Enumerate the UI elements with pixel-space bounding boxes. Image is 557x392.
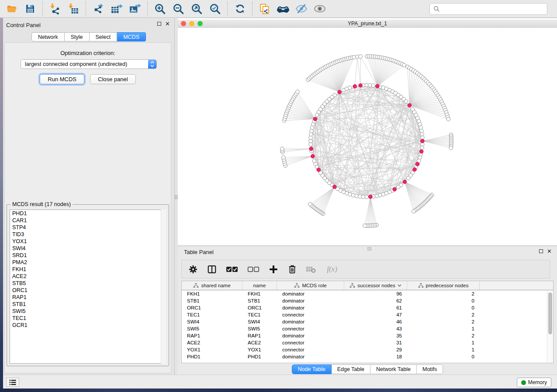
network-node[interactable]	[296, 90, 300, 94]
mcds-result-item[interactable]: FKH1	[10, 266, 166, 273]
network-window-titlebar[interactable]: YPA_prune.txt_1	[178, 20, 557, 28]
network-hub-node[interactable]	[353, 85, 357, 89]
mcds-list-scrollbar[interactable]	[161, 210, 166, 364]
tab-mcds[interactable]: MCDS	[117, 32, 146, 41]
table-row[interactable]: RAP1RAP1dominator352	[182, 332, 553, 339]
column-header-shared-name[interactable]: shared name	[182, 281, 242, 290]
mcds-result-item[interactable]: ACE2	[10, 273, 166, 280]
hide-selected-icon[interactable]	[294, 2, 308, 16]
network-node[interactable]	[396, 185, 400, 189]
network-node[interactable]	[348, 86, 352, 90]
zoom-in-icon[interactable]	[153, 2, 167, 16]
add-column-icon[interactable]	[268, 264, 279, 275]
column-header-mcds-role[interactable]: MCDS role	[277, 281, 344, 290]
table-row[interactable]: STB1STB1dominator620	[182, 297, 553, 304]
mcds-result-item[interactable]: PMA2	[10, 259, 166, 266]
tab-network-table[interactable]: Network Table	[370, 364, 417, 374]
show-columns-icon[interactable]	[206, 264, 218, 275]
network-node[interactable]	[359, 55, 363, 58]
table-row[interactable]: SWI4SWI4dominator462	[182, 318, 553, 325]
network-graph[interactable]	[178, 28, 557, 245]
table-row[interactable]: YOX1YOX1connector291	[182, 346, 553, 353]
delete-column-icon[interactable]	[287, 264, 298, 275]
zoom-out-icon[interactable]	[171, 2, 185, 16]
network-node[interactable]	[407, 176, 411, 180]
float-panel-icon[interactable]	[539, 249, 543, 253]
export-table-icon[interactable]	[110, 2, 124, 16]
network-hub-node[interactable]	[403, 180, 407, 184]
copy-network-icon[interactable]	[258, 2, 272, 16]
table-panel-splitter-grip[interactable]	[367, 247, 371, 251]
tab-select[interactable]: Select	[90, 32, 118, 41]
mcds-result-item[interactable]: ORC1	[10, 287, 166, 294]
table-scrollbar[interactable]	[547, 291, 553, 362]
column-header-successor-nodes[interactable]: successor nodes	[344, 281, 407, 290]
network-hub-node[interactable]	[393, 187, 397, 191]
search-field[interactable]	[429, 3, 547, 15]
network-hub-node[interactable]	[311, 155, 315, 158]
network-node[interactable]	[449, 146, 453, 150]
table-row[interactable]: FKH1FKH1dominator962	[182, 290, 553, 297]
table-row[interactable]: ORC1ORC1dominator610	[182, 304, 553, 311]
network-hub-node[interactable]	[415, 162, 419, 166]
network-node[interactable]	[280, 147, 284, 151]
mcds-result-item[interactable]: STB1	[10, 301, 166, 308]
run-mcds-button[interactable]: Run MCDS	[40, 74, 84, 84]
network-hub-node[interactable]	[408, 103, 412, 107]
network-hub-node[interactable]	[359, 83, 363, 87]
tab-edge-table[interactable]: Edge Table	[332, 364, 370, 374]
network-node[interactable]	[446, 117, 450, 121]
network-hub-node[interactable]	[369, 195, 373, 199]
column-header-predecessor-nodes[interactable]: predecessor nodes	[407, 281, 480, 290]
search-input[interactable]	[440, 6, 547, 12]
network-hub-node[interactable]	[309, 147, 313, 151]
zoom-fit-icon[interactable]	[190, 2, 204, 16]
network-node[interactable]	[420, 129, 424, 133]
mcds-result-item[interactable]: PHD1	[10, 210, 166, 217]
refresh-icon[interactable]	[233, 2, 247, 16]
network-canvas[interactable]	[178, 28, 557, 245]
import-network-icon[interactable]	[48, 2, 62, 16]
network-node[interactable]	[358, 195, 362, 199]
close-panel-icon[interactable]: ✕	[547, 249, 552, 253]
table-scrollbar-thumb[interactable]	[548, 292, 552, 334]
optimization-criterion-select[interactable]: largest connected component (undirected)	[21, 59, 157, 69]
network-node[interactable]	[281, 155, 285, 159]
network-hub-node[interactable]	[333, 185, 337, 189]
network-node[interactable]	[371, 84, 375, 88]
network-hub-node[interactable]	[419, 150, 423, 154]
column-header-name[interactable]: name	[242, 281, 277, 290]
float-panel-icon[interactable]	[157, 22, 161, 26]
network-node[interactable]	[308, 203, 312, 206]
memory-button[interactable]: Memory	[517, 378, 551, 387]
network-node[interactable]	[375, 194, 379, 198]
table-row[interactable]: PHD1PHD1dominator180	[182, 353, 553, 360]
network-node[interactable]	[363, 224, 367, 228]
mcds-result-item[interactable]: SWI5	[10, 308, 166, 315]
settings-gear-icon[interactable]	[187, 264, 199, 275]
zoom-selected-icon[interactable]	[208, 2, 222, 16]
tab-style[interactable]: Style	[65, 32, 90, 41]
network-node[interactable]	[402, 63, 406, 67]
first-neighbors-icon[interactable]	[276, 2, 290, 16]
network-hub-node[interactable]	[376, 84, 380, 88]
close-panel-button[interactable]: Close panel	[90, 74, 136, 84]
open-session-icon[interactable]	[5, 2, 19, 16]
export-network-icon[interactable]	[91, 2, 105, 16]
network-node[interactable]	[309, 132, 313, 136]
mcds-result-item[interactable]: CAR1	[10, 217, 166, 224]
mcds-result-item[interactable]: RAP1	[10, 294, 166, 301]
export-image-icon[interactable]	[128, 2, 142, 16]
close-panel-icon[interactable]: ✕	[165, 22, 170, 26]
table-row[interactable]: ACE2ACE2connector311	[182, 339, 553, 346]
network-hub-node[interactable]	[421, 139, 425, 143]
task-history-button[interactable]	[6, 378, 19, 387]
deselect-all-checkboxes-icon[interactable]	[246, 264, 260, 275]
mcds-result-item[interactable]: STB5	[10, 280, 166, 287]
save-session-icon[interactable]	[23, 2, 37, 16]
network-hub-node[interactable]	[317, 168, 321, 172]
table-row[interactable]: TEC1TEC1connector472	[182, 311, 553, 318]
mcds-result-item[interactable]: TID3	[10, 231, 166, 238]
tab-motifs[interactable]: Motifs	[417, 364, 443, 374]
network-node[interactable]	[412, 210, 416, 213]
